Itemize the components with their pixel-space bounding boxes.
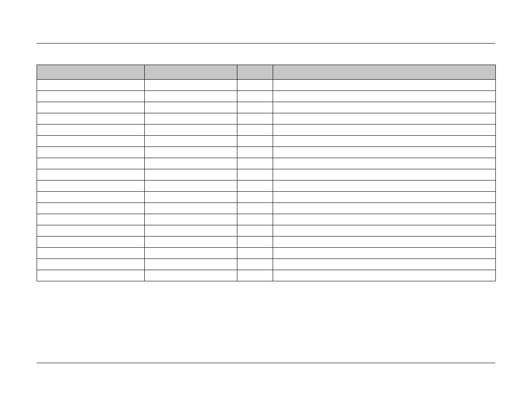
table-cell (273, 113, 496, 125)
table-cell (273, 225, 496, 237)
table-cell (237, 102, 273, 113)
table-cell (145, 192, 237, 203)
table-header-cell (145, 65, 237, 80)
main-table-container (37, 65, 495, 281)
table-row (37, 147, 496, 158)
table-cell (237, 169, 273, 181)
table-cell (273, 270, 496, 281)
table-cell (37, 80, 145, 91)
table-cell (273, 248, 496, 259)
table-cell (145, 169, 237, 181)
table-cell (145, 225, 237, 237)
table-cell (237, 158, 273, 169)
table-row (37, 91, 496, 102)
table-row (37, 192, 496, 203)
table-cell (37, 237, 145, 248)
table-row (37, 136, 496, 147)
table-cell (273, 125, 496, 136)
table-cell (37, 91, 145, 102)
table-row (37, 225, 496, 237)
table-cell (237, 259, 273, 270)
table-cell (237, 248, 273, 259)
table-cell (237, 214, 273, 225)
table-cell (237, 147, 273, 158)
table-cell (237, 91, 273, 102)
table-cell (273, 158, 496, 169)
table-row (37, 125, 496, 136)
table-header-cell (237, 65, 273, 80)
table-cell (237, 192, 273, 203)
table-row (37, 169, 496, 181)
table-cell (273, 91, 496, 102)
table-cell (37, 169, 145, 181)
table-cell (145, 214, 237, 225)
table-cell (273, 259, 496, 270)
table-cell (273, 181, 496, 192)
table-body (37, 80, 496, 281)
footer-divider (37, 363, 495, 363)
table-header-row (37, 65, 496, 80)
table-cell (145, 136, 237, 147)
table-row (37, 259, 496, 270)
table-cell (273, 169, 496, 181)
table-cell (237, 181, 273, 192)
table-row (37, 270, 496, 281)
table-row (37, 248, 496, 259)
table-row (37, 237, 496, 248)
header-divider (37, 43, 495, 44)
table-cell (145, 237, 237, 248)
table-cell (273, 203, 496, 214)
table-cell (237, 136, 273, 147)
table-cell (145, 181, 237, 192)
table-cell (145, 270, 237, 281)
table-cell (273, 147, 496, 158)
table-row (37, 214, 496, 225)
table-header-cell (37, 65, 145, 80)
table-cell (145, 203, 237, 214)
table-cell (237, 80, 273, 91)
table-cell (237, 270, 273, 281)
table-cell (273, 136, 496, 147)
table-cell (37, 158, 145, 169)
table-cell (37, 192, 145, 203)
document-page (0, 0, 532, 411)
table-row (37, 113, 496, 125)
table-cell (37, 136, 145, 147)
table-cell (237, 113, 273, 125)
table-cell (237, 225, 273, 237)
table-cell (273, 102, 496, 113)
table-cell (145, 147, 237, 158)
table-cell (273, 80, 496, 91)
table-cell (37, 181, 145, 192)
table-cell (37, 102, 145, 113)
table-cell (37, 203, 145, 214)
table-cell (273, 237, 496, 248)
table-header-cell (273, 65, 496, 80)
table-cell (37, 270, 145, 281)
table-cell (273, 192, 496, 203)
table-cell (145, 80, 237, 91)
table-row (37, 203, 496, 214)
table-cell (37, 214, 145, 225)
table-cell (145, 248, 237, 259)
table-row (37, 158, 496, 169)
main-table (37, 65, 496, 281)
table-cell (37, 225, 145, 237)
table-row (37, 80, 496, 91)
table-row (37, 181, 496, 192)
table-cell (145, 91, 237, 102)
table-cell (145, 259, 237, 270)
table-cell (237, 237, 273, 248)
table-cell (145, 158, 237, 169)
table-cell (145, 102, 237, 113)
table-cell (37, 125, 145, 136)
table-cell (37, 259, 145, 270)
table-row (37, 102, 496, 113)
table-cell (37, 113, 145, 125)
table-cell (237, 203, 273, 214)
table-cell (37, 147, 145, 158)
table-cell (145, 113, 237, 125)
table-cell (145, 125, 237, 136)
table-cell (237, 125, 273, 136)
table-cell (37, 248, 145, 259)
